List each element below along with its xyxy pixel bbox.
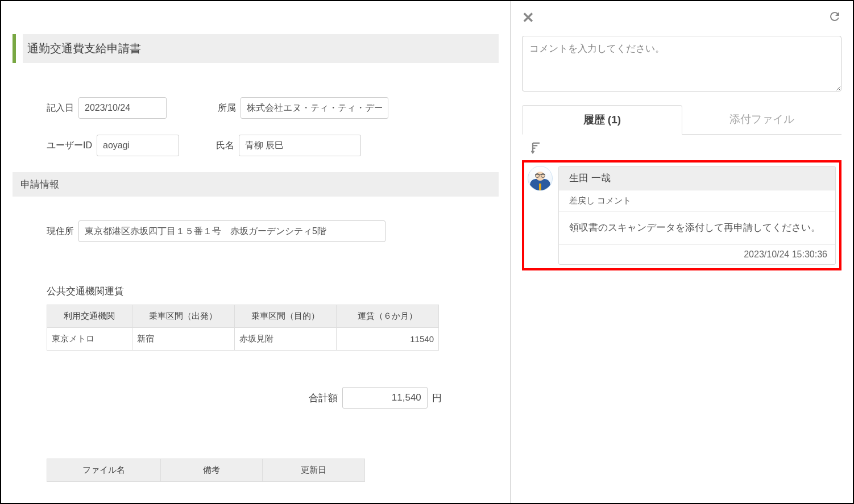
avatar: [528, 166, 553, 191]
side-panel: ✕ 履歴 (1) 添付ファイル 生田 一哉 差戻し コメント 領収書のスキャンデ…: [510, 1, 853, 503]
history-timestamp: 2023/10/24 15:30:36: [559, 245, 835, 264]
total-input[interactable]: [342, 387, 428, 409]
table-row[interactable]: 東京メトロ 新宿 赤坂見附 11540: [47, 328, 439, 351]
total-label: 合計額: [309, 391, 338, 405]
name-input[interactable]: [239, 135, 361, 156]
tabs: 履歴 (1) 添付ファイル: [522, 105, 841, 135]
attach-col-note: 備考: [160, 459, 263, 482]
title-accent: [13, 34, 16, 63]
fare-col-to: 乗車区間（目的）: [234, 305, 337, 328]
fare-col-transport: 利用交通機関: [47, 305, 132, 328]
sort-icon[interactable]: [531, 141, 841, 156]
history-comment: 領収書のスキャンデータを添付して再申請してください。: [559, 212, 835, 245]
fare-heading: 公共交通機関運賃: [47, 285, 499, 298]
reload-icon[interactable]: [828, 10, 841, 26]
userid-label: ユーザーID: [47, 140, 92, 152]
attachment-table: ファイル名 備考 更新日: [47, 459, 365, 482]
date-label: 記入日: [47, 102, 74, 114]
org-input[interactable]: [241, 97, 388, 119]
userid-input[interactable]: [97, 135, 179, 156]
fare-table: 利用交通機関 乗車区間（出発） 乗車区間（目的） 運賃（６か月） 東京メトロ 新…: [47, 305, 439, 351]
close-icon[interactable]: ✕: [522, 10, 534, 25]
fare-col-from: 乗車区間（出発）: [132, 305, 234, 328]
name-label: 氏名: [216, 140, 234, 152]
svg-marker-4: [531, 151, 534, 154]
main-panel: 通勤交通費支給申請書 記入日 所属 ユーザーID 氏名 申請情報: [1, 1, 510, 503]
fare-cell-from: 新宿: [132, 328, 234, 351]
tab-history[interactable]: 履歴 (1): [522, 105, 682, 135]
fare-cell-to: 赤坂見附: [234, 328, 337, 351]
history-card: 生田 一哉 差戻し コメント 領収書のスキャンデータを添付して再申請してください…: [558, 166, 836, 265]
fare-cell-amount: 11540: [337, 328, 439, 351]
history-highlight: 生田 一哉 差戻し コメント 領収書のスキャンデータを添付して再申請してください…: [522, 160, 841, 270]
addr-input[interactable]: [78, 220, 385, 242]
fare-col-amount: 運賃（６か月）: [337, 305, 439, 328]
date-input[interactable]: [78, 97, 167, 119]
form-title-row: 通勤交通費支給申請書: [13, 34, 499, 63]
attach-col-updated: 更新日: [263, 459, 365, 482]
section-header: 申請情報: [13, 172, 499, 197]
history-type: 差戻し コメント: [559, 190, 835, 212]
org-label: 所属: [218, 102, 236, 114]
addr-label: 現住所: [47, 226, 74, 238]
comment-input[interactable]: [522, 36, 841, 91]
form-title: 通勤交通費支給申請書: [23, 34, 499, 63]
attach-col-filename: ファイル名: [47, 459, 161, 482]
history-user: 生田 一哉: [559, 166, 835, 190]
fare-cell-transport: 東京メトロ: [47, 328, 132, 351]
total-unit: 円: [432, 391, 442, 405]
tab-attachments[interactable]: 添付ファイル: [682, 105, 841, 134]
